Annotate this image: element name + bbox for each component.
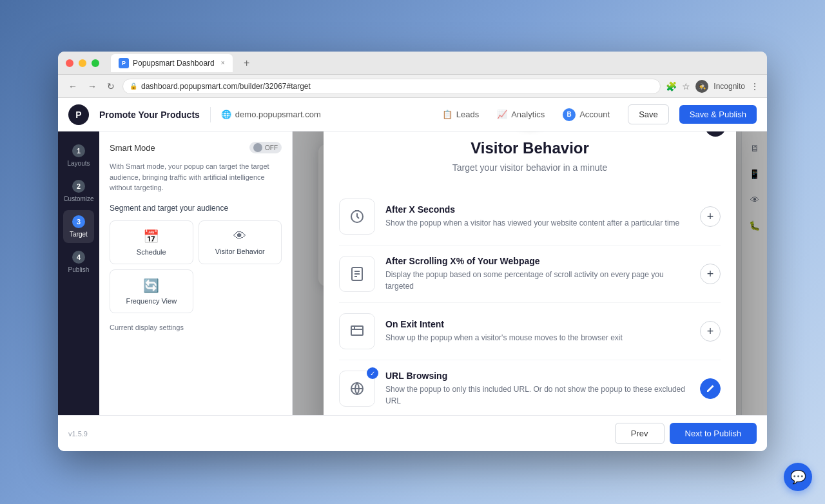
preview-area: corner... × n that ay. 🖥: [293, 131, 767, 415]
close-traffic-light[interactable]: [66, 59, 73, 67]
header-separator: [210, 107, 211, 122]
save-publish-button[interactable]: Save & Publish: [679, 105, 757, 124]
app-content: P Promote Your Products 🌐 demo.popupsmar…: [58, 98, 767, 451]
modal-subtitle: Target your visitor behavior in a minute: [344, 162, 715, 173]
url-text: dashboard.popupsmart.com/builder/32067#t…: [141, 82, 311, 91]
logo-letter: P: [75, 110, 81, 120]
back-button[interactable]: ←: [66, 80, 80, 93]
sidebar-label-publish: Publish: [68, 266, 90, 273]
nav-right: 🧩 ☆ 🕵 Incognito ⋮: [666, 80, 759, 93]
sidebar-number-1: 1: [72, 144, 85, 157]
modal-title: Visitor Behavior: [344, 139, 715, 157]
analytics-icon: 📈: [497, 110, 507, 119]
sidebar-item-publish[interactable]: 4 Publish: [63, 246, 94, 278]
add-after-seconds-button[interactable]: +: [700, 206, 721, 227]
panel-item-frequency[interactable]: 🔄 Frequency View: [110, 269, 193, 313]
smart-mode-description: With Smart mode, your popup can target t…: [110, 161, 282, 193]
nav-leads[interactable]: 📋 Leads: [434, 106, 487, 123]
bottom-buttons: Prev Next to Publish: [615, 423, 757, 444]
modal-overlay: ✦ × Visitor Behavior Target your visitor…: [293, 131, 767, 415]
after-seconds-title: After X Seconds: [385, 204, 690, 215]
modal-header: Visitor Behavior Target your visitor beh…: [324, 131, 736, 183]
timer-icon: [349, 209, 365, 224]
close-icon: ×: [712, 131, 718, 132]
maximize-traffic-light[interactable]: [92, 59, 99, 67]
after-seconds-desc: Show the popup when a visitor has viewed…: [385, 217, 690, 229]
nav-analytics[interactable]: 📈 Analytics: [489, 106, 552, 123]
browser-titlebar: P Popupsmart Dashboard × +: [58, 52, 767, 75]
smart-mode-row: Smart Mode OFF: [110, 142, 282, 153]
add-url-browsing-button[interactable]: [700, 378, 721, 399]
current-display-label: Current display settings: [110, 324, 282, 331]
account-avatar: B: [563, 108, 576, 121]
tab-close-btn[interactable]: ×: [221, 59, 225, 66]
url-browsing-icon-box: ✓: [339, 371, 375, 407]
modal-item-scrolling: After Scrolling X% of Your Webpage Displ…: [339, 246, 721, 303]
frequency-icon: 🔄: [143, 278, 159, 293]
bookmark-icon[interactable]: ☆: [682, 81, 690, 92]
header-nav: 📋 Leads 📈 Analytics B Account: [434, 104, 617, 125]
save-button[interactable]: Save: [628, 104, 669, 124]
url-browsing-check: ✓: [367, 367, 378, 379]
exit-intent-text: On Exit Intent Show up the popup when a …: [385, 319, 690, 344]
sidebar-item-target[interactable]: 3 Target: [63, 210, 94, 243]
incognito-icon: 🕵: [699, 83, 706, 90]
domain-text: demo.popupsmart.com: [235, 110, 321, 119]
url-browsing-desc: Show the popup to only this included URL…: [385, 383, 690, 407]
panel-item-schedule[interactable]: 📅 Schedule: [110, 220, 193, 264]
scrolling-title: After Scrolling X% of Your Webpage: [385, 256, 690, 266]
nav-account[interactable]: B Account: [555, 104, 617, 125]
scrolling-text: After Scrolling X% of Your Webpage Displ…: [385, 256, 690, 292]
reload-button[interactable]: ↻: [104, 80, 117, 93]
tab-title: Popupsmart Dashboard: [133, 59, 215, 68]
tab-favicon: P: [119, 58, 129, 68]
smart-mode-label: Smart Mode: [110, 143, 155, 153]
chat-icon: 💬: [790, 469, 806, 485]
add-scrolling-button[interactable]: +: [700, 264, 721, 284]
forward-button[interactable]: →: [85, 80, 99, 93]
sidebar-item-customize[interactable]: 2 Customize: [63, 175, 94, 208]
lock-icon: 🔒: [130, 82, 137, 90]
next-to-publish-button[interactable]: Next to Publish: [670, 423, 757, 444]
incognito-avatar: 🕵: [695, 80, 708, 93]
smart-mode-toggle[interactable]: OFF: [249, 142, 282, 153]
edit-icon: [706, 384, 715, 393]
prev-button[interactable]: Prev: [615, 423, 665, 444]
incognito-label: Incognito: [713, 82, 745, 91]
new-tab-button[interactable]: +: [240, 57, 253, 70]
sidebar-number-3: 3: [72, 215, 85, 228]
modal-item-url-browsing: ✓ URL Browsing: [339, 360, 721, 415]
scrolling-desc: Display the popup based on some percenta…: [385, 269, 690, 292]
exit-icon: [349, 324, 365, 339]
left-panel: Smart Mode OFF With Smart mode, your pop…: [99, 131, 293, 415]
sidebar: 1 Layouts 2 Customize 3 Target 4 Publish: [58, 131, 99, 415]
toggle-dot: [253, 143, 262, 152]
sidebar-label-customize: Customize: [63, 195, 93, 202]
scroll-icon: [349, 266, 365, 282]
panel-item-visitor-label: Visitor Behavior: [215, 247, 265, 255]
url-browsing-title: URL Browsing: [385, 371, 690, 381]
sidebar-item-layouts[interactable]: 1 Layouts: [63, 139, 94, 172]
leads-icon: 📋: [442, 110, 452, 119]
sidebar-label-layouts: Layouts: [67, 160, 90, 167]
app-header: P Promote Your Products 🌐 demo.popupsmar…: [58, 98, 767, 131]
panel-item-visitor-behavior[interactable]: 👁 Visitor Behavior: [199, 220, 282, 264]
sidebar-number-4: 4: [72, 251, 85, 264]
minimize-traffic-light[interactable]: [79, 59, 86, 67]
modal-item-after-seconds: After X Seconds Show the popup when a vi…: [339, 188, 721, 246]
sidebar-label-target: Target: [70, 231, 88, 238]
browser-tab[interactable]: P Popupsmart Dashboard ×: [111, 54, 233, 72]
add-exit-intent-button[interactable]: +: [700, 321, 721, 342]
bottom-bar: v1.5.9 Prev Next to Publish: [58, 415, 767, 451]
after-seconds-icon-box: [339, 199, 375, 235]
toggle-label: OFF: [265, 144, 278, 151]
scrolling-icon-box: [339, 256, 375, 292]
exit-intent-desc: Show up the popup when a visitor's mouse…: [385, 332, 690, 344]
address-bar[interactable]: 🔒 dashboard.popupsmart.com/builder/32067…: [122, 79, 661, 94]
segment-label: Segment and target your audience: [110, 204, 282, 213]
menu-icon[interactable]: ⋮: [750, 81, 759, 92]
chat-bubble-button[interactable]: 💬: [784, 463, 812, 491]
svg-rect-6: [351, 326, 363, 335]
extensions-icon: 🧩: [666, 81, 677, 92]
visitor-behavior-modal: ✦ × Visitor Behavior Target your visitor…: [324, 131, 736, 415]
